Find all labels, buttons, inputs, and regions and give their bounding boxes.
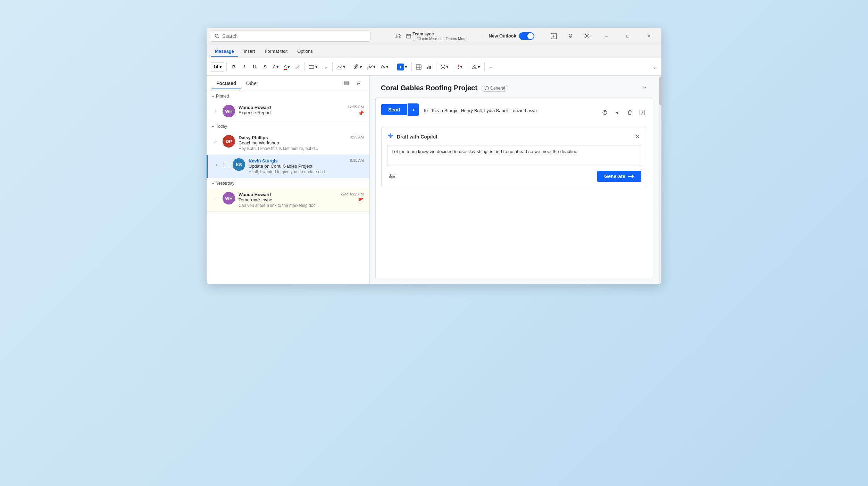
send-dropdown-button[interactable]: ▾ — [408, 103, 419, 116]
font-color-button[interactable]: A ▾ — [282, 61, 292, 73]
pinned-section-label: Pinned — [216, 94, 229, 99]
chart-button[interactable] — [424, 61, 434, 73]
main-content: Focused Other — [207, 76, 661, 284]
strikethrough-button[interactable]: S — [260, 61, 270, 73]
email-subject-kevin: Update on Coral Gables Project — [249, 164, 347, 169]
compose-collapse-button[interactable] — [642, 85, 648, 92]
pinned-section-header[interactable]: ▾ Pinned — [207, 91, 369, 101]
bold-button[interactable]: B — [229, 61, 239, 73]
tab-insert[interactable]: Insert — [240, 47, 259, 57]
signature-chevron-icon: ▾ — [343, 64, 345, 69]
svg-rect-2 — [407, 34, 411, 38]
underline-button[interactable]: U — [250, 61, 259, 73]
search-input[interactable] — [222, 33, 367, 39]
signature-button[interactable]: ▾ — [335, 61, 348, 73]
link-icon — [367, 65, 373, 69]
kevin-checkbox[interactable] — [224, 162, 229, 167]
team-sync-area: Team sync in 20 min Microsoft Teams Mee.… — [412, 32, 468, 41]
delete-draft-button[interactable] — [625, 108, 635, 117]
filter-view-icon[interactable] — [342, 78, 351, 88]
font-size-select[interactable]: 14 ▾ — [211, 62, 224, 72]
expand-arrow-wanda-pinned[interactable]: › — [212, 108, 219, 115]
tab-focused[interactable]: Focused — [212, 78, 241, 89]
importance-button[interactable]: ! ▾ — [455, 61, 465, 73]
scrollbar-thumb[interactable] — [659, 77, 661, 105]
attach-button[interactable]: ▾ — [352, 61, 364, 73]
popout-button[interactable] — [637, 108, 647, 117]
send-button[interactable]: Send — [381, 104, 407, 115]
page-indicator: 1/2 — [395, 34, 401, 39]
list-format-button[interactable]: ▾ — [307, 61, 320, 73]
more-formatting-button[interactable]: ··· — [320, 61, 330, 73]
calendar-icon — [406, 34, 411, 39]
avatar-wanda-sync: WH — [223, 192, 235, 204]
email-item-wanda-sync[interactable]: › WH Wanda Howard Tomorrow's sync Can yo… — [207, 188, 369, 212]
spell-check-button[interactable]: ▾ — [439, 61, 451, 73]
table-button[interactable] — [414, 61, 424, 73]
toolbar-divider-4 — [350, 63, 350, 71]
help-icon-btn[interactable] — [600, 108, 610, 117]
maximize-button[interactable]: □ — [620, 31, 636, 42]
email-preview-daisy: Hey Katri, I know this is last minute, b… — [239, 146, 347, 151]
font-size-value: 14 — [213, 64, 218, 69]
toolbar-divider-5 — [393, 63, 393, 71]
tab-other[interactable]: Other — [242, 78, 262, 89]
pinned-section-chevron-icon: ▾ — [212, 94, 214, 98]
today-section-header[interactable]: ▾ Today — [207, 121, 369, 132]
ribbon-collapse-button[interactable]: ⌄ — [652, 63, 657, 71]
sensitivity-button[interactable]: ▾ — [469, 61, 482, 73]
markup-icon — [381, 65, 385, 69]
email-tab-icons — [342, 78, 364, 88]
email-preview-wanda-sync: Can you share a link to the marketing do… — [239, 203, 337, 208]
more-options-button[interactable]: ··· — [487, 61, 496, 73]
minimize-button[interactable]: ─ — [598, 31, 614, 42]
close-button[interactable]: ✕ — [641, 31, 657, 42]
help-chevron-icon-btn[interactable]: ▾ — [612, 108, 622, 117]
expand-arrow-kevin[interactable]: › — [213, 161, 220, 168]
search-box[interactable] — [211, 31, 370, 42]
generate-arrow-icon — [628, 174, 634, 179]
expand-arrow-wanda-sync[interactable]: › — [212, 195, 219, 202]
sensitivity-icon — [471, 65, 477, 69]
expand-arrow-daisy[interactable]: › — [212, 138, 219, 145]
italic-button[interactable]: I — [239, 61, 249, 73]
generate-button[interactable]: Generate — [597, 171, 641, 182]
tab-message[interactable]: Message — [211, 47, 238, 57]
copilot-input[interactable]: Let the team know we decided to use clay… — [387, 145, 641, 166]
chart-icon — [426, 64, 432, 70]
email-sender-wanda-sync: Wanda Howard — [239, 192, 337, 197]
link-chevron-icon: ▾ — [373, 64, 376, 69]
new-outlook-toggle[interactable] — [519, 32, 534, 40]
copilot-close-button[interactable]: ✕ — [633, 133, 641, 141]
pin-icon-wanda: 📌 — [358, 110, 364, 116]
tab-format-text[interactable]: Format text — [260, 47, 292, 57]
email-item-kevin[interactable]: › KS Kevin Sturgis Update on Coral Gable… — [207, 155, 369, 178]
clear-format-button[interactable] — [293, 61, 302, 73]
new-outlook-label: New Outlook — [489, 33, 516, 39]
link-button[interactable]: ▾ — [365, 61, 378, 73]
email-time-wanda-sync: Wed 4:22 PM — [341, 192, 364, 196]
svg-point-36 — [392, 176, 393, 177]
email-tabs: Focused Other — [207, 76, 369, 91]
copilot-settings-button[interactable] — [387, 171, 397, 181]
svg-rect-19 — [428, 66, 429, 69]
yesterday-section-header[interactable]: ▾ Yesterday — [207, 178, 369, 188]
highlight-button[interactable]: A ▾ — [270, 61, 281, 73]
copilot-toolbar-button[interactable]: ▾ — [395, 61, 409, 73]
email-item-wanda-pinned[interactable]: › WH Wanda Howard Expense Report 12:55 P… — [207, 101, 369, 121]
sort-icon[interactable] — [354, 78, 364, 88]
scrollbar[interactable] — [659, 76, 661, 284]
compose-to-recipients: Kevin Sturgis; Henry Brill; Lydia Bauer;… — [432, 108, 596, 113]
email-item-daisy[interactable]: › DP Daisy Phillips Coaching Workshop He… — [207, 132, 369, 155]
highlight-chevron-icon: ▾ — [276, 64, 279, 69]
svg-rect-25 — [344, 83, 349, 85]
yesterday-section-label: Yesterday — [216, 181, 234, 186]
email-time-wanda-pinned: 12:55 PM — [348, 105, 364, 109]
list-format-icon — [309, 65, 315, 69]
settings-icon-btn[interactable] — [582, 31, 593, 42]
copilot-icon-btn[interactable] — [548, 31, 559, 42]
tab-options[interactable]: Options — [293, 47, 317, 57]
toolbar-divider-3 — [332, 63, 333, 71]
markup-button[interactable]: ▾ — [378, 61, 391, 73]
lightbulb-icon-btn[interactable] — [565, 31, 576, 42]
